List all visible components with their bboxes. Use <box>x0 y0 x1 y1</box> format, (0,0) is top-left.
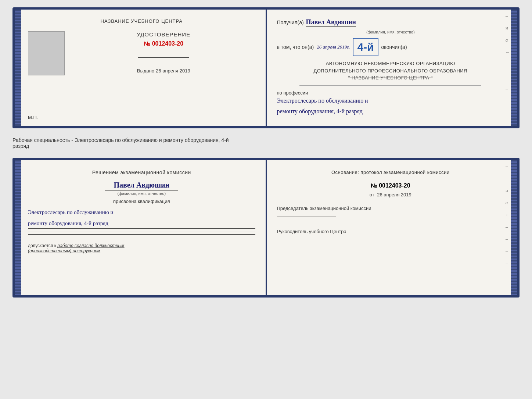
director-sig-line <box>277 240 321 240</box>
chairman-sig-line <box>277 217 336 217</box>
qualification-left-page: Решением экзаменационной комиссии Павел … <box>15 160 267 295</box>
org-line2: ДОПОЛНИТЕЛЬНОГО ПРОФЕССИОНАЛЬНОГО ОБРАЗО… <box>277 67 504 75</box>
issued-date: 26 апреля 2019 <box>156 68 190 74</box>
org-line3: " НАЗВАНИЕ УЧЕБНОГО ЦЕНТРА " <box>277 74 504 82</box>
finished-label: окончил(а) <box>381 44 407 50</box>
org-block: АВТОНОМНУЮ НЕКОММЕРЧЕСКУЮ ОРГАНИЗАЦИЮ ДО… <box>277 60 504 82</box>
profession-label: по профессии <box>277 90 504 96</box>
commission-title: Решением экзаменационной комиссии <box>28 169 255 177</box>
cert-details: УДОСТОВЕРЕНИЕ № 0012403-20 Выдано 26 апр… <box>72 31 255 74</box>
certificate-right-page: Получил(а) Павел Авдюшин – (фамилия, имя… <box>267 10 518 126</box>
vtom-label: в том, что он(а) <box>277 44 314 50</box>
date-finished: 26 апреля 2019г. <box>317 44 350 50</box>
cert-issued-line: Выдано 26 апреля 2019 <box>137 68 190 74</box>
protocol-number: № 0012403-20 <box>277 182 504 189</box>
certificate-left-page: НАЗВАНИЕ УЧЕБНОГО ЦЕНТРА УДОСТОВЕРЕНИЕ №… <box>15 10 267 126</box>
chairman-label: Председатель экзаменационной комиссии <box>277 205 504 219</box>
protocol-date-line: от 26 апреля 2019 <box>277 192 504 197</box>
допускается-block: допускается к работе согласно должностны… <box>28 243 255 253</box>
issued-label: Выдано <box>137 68 154 74</box>
side-marks-bottom: – – и а ← – – – – <box>506 164 510 266</box>
qualification-booklet: Решением экзаменационной комиссии Павел … <box>12 158 520 298</box>
допускается-label: допускается к <box>28 243 56 248</box>
cert-number-prefix: № <box>144 40 150 47</box>
assigned-label: присвоена квалификация <box>28 199 255 204</box>
training-center-title: НАЗВАНИЕ УЧЕБНОГО ЦЕНТРА <box>28 18 255 24</box>
qual-name: Павел Авдюшин <box>28 181 255 189</box>
fio-label-top: (фамилия, имя, отчество) <box>277 30 504 34</box>
vtom-line: в том, что он(а) 26 апреля 2019г. 4-й ок… <box>277 38 504 56</box>
stamp-box: 4-й <box>353 38 378 56</box>
profession-hw1: Электрослесарь по обслуживанию и <box>277 96 504 107</box>
qual-profession-hw2: ремонту оборудования, 4-й разряд <box>28 218 255 229</box>
cert-number-value: 0012403-20 <box>152 40 183 47</box>
osnov-text: Основание: протокол экзаменационной коми… <box>277 169 504 177</box>
certificate-booklet: НАЗВАНИЕ УЧЕБНОГО ЦЕНТРА УДОСТОВЕРЕНИЕ №… <box>12 7 520 128</box>
org-line1: АВТОНОМНУЮ НЕКОММЕРЧЕСКУЮ ОРГАНИЗАЦИЮ <box>277 60 504 67</box>
protocol-date: 26 апреля 2019 <box>377 192 411 197</box>
profession-hw2: ремонту оборудования, 4-й разряд <box>277 106 504 117</box>
side-marks-top: – и а ← – – – <box>506 13 510 92</box>
signature-block: Председатель экзаменационной комиссии Ру… <box>277 205 504 242</box>
received-label: Получил(а) <box>277 19 304 25</box>
cert-photo-placeholder <box>28 31 65 75</box>
qualification-right-page: Основание: протокол экзаменационной коми… <box>267 160 518 295</box>
cert-number: № 0012403-20 <box>144 40 183 47</box>
mp-label: М.П. <box>28 115 38 120</box>
recipient-name: Павел Авдюшин <box>306 18 356 26</box>
cert-word: УДОСТОВЕРЕНИЕ <box>137 31 190 38</box>
dash-after-name: – <box>358 19 361 25</box>
middle-text-content: Рабочая специальность - Электрослесарь п… <box>12 137 229 149</box>
date-prefix: от <box>370 192 374 197</box>
fio-label-bottom: (фамилия, имя, отчество) <box>28 191 255 196</box>
stamp-grade: 4-й <box>357 41 374 53</box>
director-label: Руководитель учебного Центра <box>277 228 504 242</box>
recipient-line: Получил(а) Павел Авдюшин – <box>277 18 504 27</box>
middle-text: Рабочая специальность - Электрослесарь п… <box>12 134 520 152</box>
qual-profession-hw1: Электрослесарь по обслуживанию и <box>28 207 255 218</box>
cert-photo-row: УДОСТОВЕРЕНИЕ № 0012403-20 Выдано 26 апр… <box>28 31 255 75</box>
